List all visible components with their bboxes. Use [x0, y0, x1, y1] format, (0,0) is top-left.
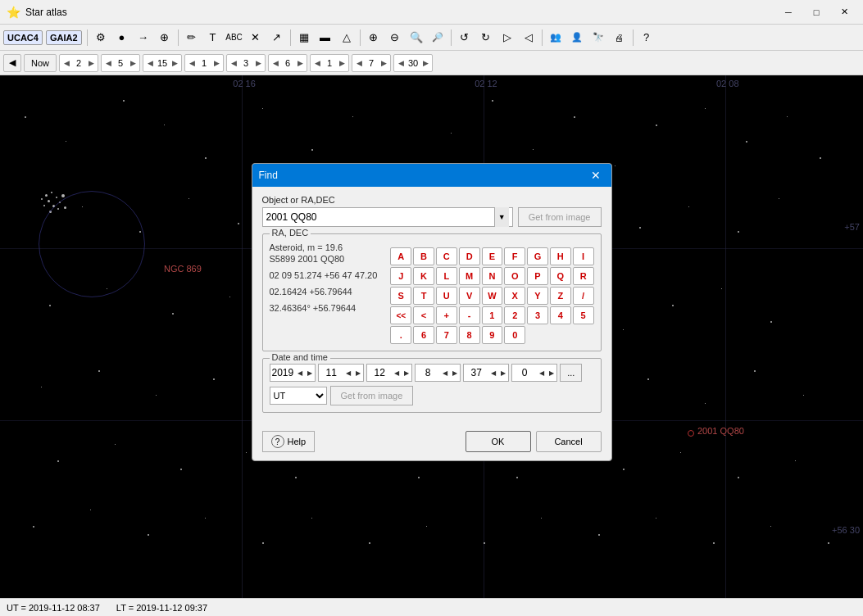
kbd-4[interactable]: 4: [550, 306, 571, 324]
ok-button[interactable]: OK: [466, 431, 531, 452]
nav-next-5[interactable]: ▶: [128, 54, 138, 72]
kbd-A[interactable]: A: [390, 247, 411, 265]
get-from-image-button[interactable]: Get from image: [518, 207, 602, 227]
nav-prev-15[interactable]: ◀: [145, 54, 155, 72]
hour-decrement[interactable]: ◀: [440, 364, 450, 382]
pencil-button[interactable]: ✏: [182, 28, 202, 48]
settings-button[interactable]: ⚙: [91, 28, 111, 48]
nav-prev-3[interactable]: ◀: [229, 54, 238, 72]
rotate-ccw-button[interactable]: ↺: [455, 28, 475, 48]
nav-next-15[interactable]: ▶: [170, 54, 179, 72]
nav-next-1a[interactable]: ▶: [211, 54, 221, 72]
kbd-J[interactable]: J: [390, 267, 411, 285]
kbd-2[interactable]: 2: [504, 306, 525, 324]
text-button[interactable]: T: [203, 28, 223, 48]
kbd-1[interactable]: 1: [482, 306, 503, 324]
minus-circle-button[interactable]: ⊖: [385, 28, 405, 48]
back-button[interactable]: ◁: [519, 28, 538, 48]
arrow-button[interactable]: →: [134, 28, 153, 48]
maximize-button[interactable]: □: [804, 3, 829, 21]
kbd-7[interactable]: 7: [436, 326, 457, 344]
kbd-B[interactable]: B: [413, 247, 434, 265]
nav-prev-2[interactable]: ◀: [61, 54, 71, 72]
nav-next-3[interactable]: ▶: [253, 54, 263, 72]
nav-next-30[interactable]: ▶: [420, 54, 430, 72]
year-increment[interactable]: ▶: [305, 364, 315, 382]
cross-button[interactable]: ✕: [246, 28, 266, 48]
ucac4-label[interactable]: UCAC4: [3, 30, 43, 45]
minimize-button[interactable]: ─: [776, 3, 801, 21]
nav-prev-1b[interactable]: ◀: [312, 54, 322, 72]
kbd-Y[interactable]: Y: [527, 287, 548, 305]
nav-next-1b[interactable]: ▶: [337, 54, 347, 72]
cancel-button[interactable]: Cancel: [536, 431, 602, 452]
gaia2-label[interactable]: GAIA2: [46, 30, 82, 45]
minute-decrement[interactable]: ◀: [488, 364, 498, 382]
print-button[interactable]: 🖨: [610, 28, 629, 48]
kbd-V[interactable]: V: [459, 287, 480, 305]
kbd-minus[interactable]: -: [459, 306, 480, 324]
kbd-left[interactable]: <: [413, 306, 434, 324]
nav-prev-5[interactable]: ◀: [103, 54, 113, 72]
kbd-8[interactable]: 8: [459, 326, 480, 344]
rotate-cw-button[interactable]: ↻: [476, 28, 496, 48]
kbd-R[interactable]: R: [573, 267, 594, 285]
nav-next-6[interactable]: ▶: [295, 54, 305, 72]
month-decrement[interactable]: ◀: [343, 364, 353, 382]
kbd-H[interactable]: H: [550, 247, 571, 265]
kbd-X[interactable]: X: [504, 287, 525, 305]
day-decrement[interactable]: ◀: [392, 364, 402, 382]
kbd-C[interactable]: C: [436, 247, 457, 265]
minute-increment[interactable]: ▶: [498, 364, 508, 382]
nav-prev-30[interactable]: ◀: [396, 54, 406, 72]
plus-circle-button[interactable]: ⊕: [364, 28, 384, 48]
kbd-plus[interactable]: +: [436, 306, 457, 324]
help-button[interactable]: ? Help: [262, 431, 316, 452]
dialog-close-button[interactable]: ✕: [587, 166, 605, 184]
kbd-5[interactable]: 5: [573, 306, 594, 324]
nav-next-2[interactable]: ▶: [86, 54, 96, 72]
kbd-O[interactable]: O: [504, 267, 525, 285]
telescope-button[interactable]: 🔭: [588, 28, 608, 48]
kbd-M[interactable]: M: [459, 267, 480, 285]
kbd-Q[interactable]: Q: [550, 267, 571, 285]
people-button[interactable]: 👥: [546, 28, 565, 48]
kbd-0[interactable]: 0: [504, 326, 525, 344]
kbd-S[interactable]: S: [390, 287, 411, 305]
kbd-6[interactable]: 6: [413, 326, 434, 344]
rect-button[interactable]: ▬: [316, 28, 335, 48]
nav-prev-6[interactable]: ◀: [270, 54, 280, 72]
zoom-in-button[interactable]: 🔍: [407, 28, 426, 48]
star-field[interactable]: 02 16 02 12 02 08 +57 +56 30 NGC 869 200…: [0, 75, 863, 598]
kbd-P[interactable]: P: [527, 267, 548, 285]
kbd-E[interactable]: E: [482, 247, 503, 265]
hour-increment[interactable]: ▶: [450, 364, 460, 382]
month-increment[interactable]: ▶: [353, 364, 363, 382]
object-combo[interactable]: 2001 QQ80 ▼: [262, 207, 513, 227]
kbd-U[interactable]: U: [436, 287, 457, 305]
nav-next-7[interactable]: ▶: [379, 54, 388, 72]
get-from-image-2-button[interactable]: Get from image: [330, 386, 414, 405]
zoom-out-button[interactable]: 🔎: [428, 28, 447, 48]
datetime-dots-button[interactable]: ...: [560, 364, 582, 382]
close-button[interactable]: ✕: [832, 3, 856, 21]
kbd-slash[interactable]: /: [573, 287, 594, 305]
kbd-3[interactable]: 3: [527, 306, 548, 324]
kbd-dot[interactable]: .: [390, 326, 411, 344]
year-decrement[interactable]: ◀: [295, 364, 305, 382]
kbd-D[interactable]: D: [459, 247, 480, 265]
second-decrement[interactable]: ◀: [537, 364, 547, 382]
person-button[interactable]: 👤: [567, 28, 587, 48]
kbd-K[interactable]: K: [413, 267, 434, 285]
triangle-button[interactable]: △: [337, 28, 357, 48]
day-increment[interactable]: ▶: [402, 364, 411, 382]
abc-button[interactable]: ABC: [225, 28, 244, 48]
nav-prev-1a[interactable]: ◀: [187, 54, 197, 72]
kbd-9[interactable]: 9: [482, 326, 503, 344]
kbd-F[interactable]: F: [504, 247, 525, 265]
kbd-T[interactable]: T: [413, 287, 434, 305]
kbd-N[interactable]: N: [482, 267, 503, 285]
help-toolbar-button[interactable]: ?: [637, 28, 656, 48]
forward-button[interactable]: ▷: [497, 28, 517, 48]
timezone-select[interactable]: UT LT: [270, 387, 327, 405]
